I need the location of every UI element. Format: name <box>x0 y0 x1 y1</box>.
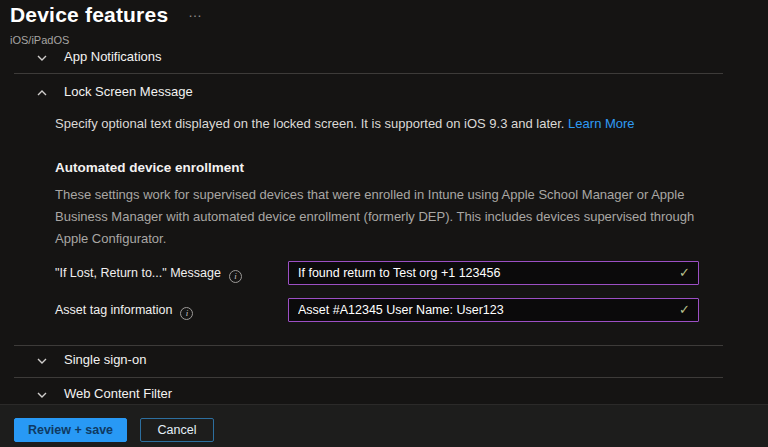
review-save-button[interactable]: Review + save <box>14 418 127 442</box>
section-app-notifications[interactable]: App Notifications <box>0 49 768 71</box>
section-label: Single sign-on <box>64 352 146 367</box>
divider <box>14 377 723 378</box>
page-title: Device features <box>10 0 168 30</box>
if-lost-message-label: "If Lost, Return to..." Messagei <box>55 266 242 283</box>
section-lock-screen-message[interactable]: Lock Screen Message <box>0 84 768 106</box>
divider <box>14 345 723 346</box>
field-label-text: "If Lost, Return to..." Message <box>55 266 221 280</box>
info-icon[interactable]: i <box>180 307 193 320</box>
if-lost-message-input-wrap: ✓ <box>288 261 699 285</box>
cancel-button[interactable]: Cancel <box>140 418 214 442</box>
field-label-text: Asset tag information <box>55 303 172 317</box>
section-label: Lock Screen Message <box>64 84 193 99</box>
chevron-up-icon <box>36 87 48 99</box>
automated-enrollment-heading: Automated device enrollment <box>55 160 244 175</box>
lock-screen-description: Specify optional text displayed on the l… <box>55 116 735 131</box>
info-icon[interactable]: i <box>229 270 242 283</box>
learn-more-link[interactable]: Learn More <box>568 116 634 131</box>
more-options-icon[interactable]: … <box>188 2 203 22</box>
asset-tag-label: Asset tag informationi <box>55 303 193 320</box>
divider <box>14 73 723 74</box>
chevron-down-icon <box>36 52 48 64</box>
section-label: Web Content Filter <box>64 386 172 401</box>
section-label: App Notifications <box>64 49 162 64</box>
chevron-down-icon <box>36 355 48 367</box>
device-features-page: Device features … iOS/iPadOS App Notific… <box>0 0 768 447</box>
description-text: Specify optional text displayed on the l… <box>55 116 564 131</box>
asset-tag-input[interactable] <box>288 298 699 322</box>
footer-bar: Review + save Cancel <box>0 404 768 447</box>
chevron-down-icon <box>36 389 48 401</box>
if-lost-message-input[interactable] <box>288 261 699 285</box>
asset-tag-input-wrap: ✓ <box>288 298 699 322</box>
platform-subtitle: iOS/iPadOS <box>10 34 69 46</box>
automated-enrollment-paragraph: These settings work for supervised devic… <box>55 184 705 250</box>
section-single-sign-on[interactable]: Single sign-on <box>0 352 768 374</box>
